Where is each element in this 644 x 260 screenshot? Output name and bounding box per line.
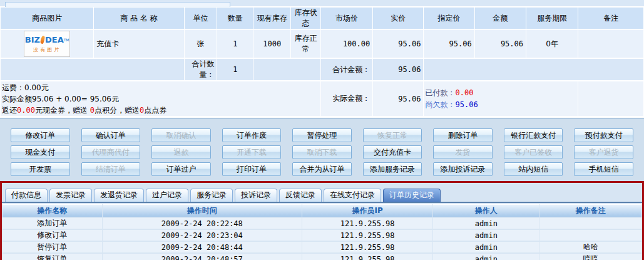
- void-order-button[interactable]: 订单作废: [222, 128, 282, 142]
- bizidea-logo: BIZDEATM: [24, 36, 69, 44]
- sms-button[interactable]: 手机短信: [574, 162, 633, 176]
- col-header-product-image: 商品图片: [1, 8, 93, 29]
- totals-quantity-value: 1: [217, 59, 253, 80]
- tab-transfer-records[interactable]: 过户记录: [146, 189, 188, 202]
- modify-order-button[interactable]: 修改订单: [11, 128, 70, 142]
- product-row: BIZDEATM 没有图片 充值卡 张 1 1000 库存正常 100.00 9…: [1, 30, 643, 58]
- customer-return-button: 客户退货: [574, 145, 633, 159]
- resume-order-button: 恢复正常: [363, 128, 422, 142]
- col-header-product-name: 商 品 名 称: [94, 8, 183, 29]
- col-header-amount: 金额: [475, 8, 526, 29]
- product-table: 商品图片 商 品 名 称 单位 数量 现有库存 库存状态 市场价 实价 指定价 …: [0, 6, 644, 117]
- refund-line: 返还0.00元现金券，赠送 0点积分，赠送0点点券: [2, 105, 318, 116]
- product-remark: [578, 30, 643, 58]
- history-col-remark: 操作备注: [539, 204, 641, 217]
- order-records-panel: 付款信息 发票记录 发退货记录 过户记录 服务记录 投诉记录 反馈记录 在线支付…: [0, 181, 644, 260]
- history-row: 添加订单 2009-2-24 20:22:48 121.9.255.98 adm…: [3, 218, 641, 229]
- col-header-remark: 备注: [578, 8, 643, 29]
- product-market-price: 100.00: [321, 30, 372, 58]
- tab-invoice-records[interactable]: 发票记录: [49, 189, 92, 202]
- col-header-service-period: 服务期限: [526, 8, 578, 29]
- refund-amount: 0.00: [17, 106, 35, 115]
- history-row: 恢复订单 2009-2-24 20:48:57 121.9.255.98 adm…: [3, 254, 641, 260]
- transfer-order-button[interactable]: 订单过户: [151, 162, 211, 176]
- cash-pay-button[interactable]: 现金支付: [11, 145, 70, 159]
- totals-quantity-label: 合计数量：: [185, 59, 217, 80]
- records-tab-strip: 付款信息 发票记录 发退货记录 过户记录 服务记录 投诉记录 反馈记录 在线支付…: [2, 183, 642, 203]
- tab-online-payment-records[interactable]: 在线支付记录: [324, 189, 381, 202]
- paid-amount: 0.00: [455, 88, 473, 97]
- tab-feedback-records[interactable]: 反馈记录: [279, 189, 322, 202]
- enable-download-button: 开通下载: [222, 145, 282, 159]
- col-header-quantity: 数量: [217, 8, 253, 29]
- owed-amount: 95.06: [455, 100, 478, 109]
- tab-order-history[interactable]: 订单历史记录: [383, 189, 441, 202]
- merge-as-suborder-button[interactable]: 合并为从订单: [292, 162, 352, 176]
- product-actual-price: 95.06: [373, 30, 423, 58]
- freight-line: 运费：0.00元: [2, 82, 318, 93]
- history-col-time: 操作时间: [103, 204, 302, 217]
- owed-line: 尚欠款：95.06: [425, 99, 575, 111]
- settle-order-button: 结清订单: [81, 162, 141, 176]
- print-order-button[interactable]: 打印订单: [222, 162, 282, 176]
- tab-return-records[interactable]: 发退货记录: [94, 189, 144, 202]
- refund-button: 退款: [151, 145, 211, 159]
- product-image-cell: BIZDEATM 没有图片: [1, 30, 93, 58]
- tab-payment-info[interactable]: 付款信息: [5, 189, 48, 202]
- add-complaint-record-button[interactable]: 添加投诉记录: [433, 162, 493, 176]
- product-unit: 张: [185, 30, 217, 58]
- order-history-table: 操作名称 操作时间 操作员IP 操作人 操作备注 添加订单 2009-2-24 …: [2, 203, 642, 260]
- product-image-placeholder: BIZDEATM 没有图片: [24, 31, 70, 57]
- prepay-button[interactable]: 预付款支付: [574, 128, 633, 142]
- totals-amount-label: 合计金额：: [321, 59, 372, 80]
- tab-service-records[interactable]: 服务记录: [190, 189, 233, 202]
- totals-row: 合计数量： 1 合计金额： 95.06: [1, 59, 643, 80]
- paid-line: 已付款：0.00: [425, 87, 575, 99]
- product-service-period: 0年: [526, 30, 578, 58]
- history-col-operator: 操作人: [433, 204, 539, 217]
- order-actions-toolbar: 修改订单 确认订单 取消确认 订单作废 暂停处理 恢复正常 删除订单 银行汇款支…: [0, 118, 644, 181]
- product-header-row: 商品图片 商 品 名 称 单位 数量 现有库存 库存状态 市场价 实价 指定价 …: [1, 8, 643, 29]
- product-stock: 1000: [253, 30, 290, 58]
- ship-button: 发货: [433, 145, 493, 159]
- col-header-unit: 单位: [185, 8, 217, 29]
- bank-transfer-pay-button[interactable]: 银行汇款支付: [504, 128, 563, 142]
- payment-summary-row: 运费：0.00元 实际金额95.06 + 0.00= 95.06元 返还0.00…: [1, 81, 643, 116]
- col-header-stock: 现有库存: [253, 8, 290, 29]
- actual-amount-value: 95.06: [373, 81, 423, 116]
- tab-complaint-records[interactable]: 投诉记录: [235, 189, 277, 202]
- bizidea-flame-icon: [40, 36, 45, 44]
- order-detail-page: 商品图片 商 品 名 称 单位 数量 现有库存 库存状态 市场价 实价 指定价 …: [0, 0, 644, 260]
- history-row: 修改订单 2009-2-24 20:23:04 121.9.255.98 adm…: [3, 230, 641, 241]
- clipped-title-tab: [5, 2, 230, 7]
- site-message-button[interactable]: 站内短信: [504, 162, 563, 176]
- paid-owed-block: 已付款：0.00 尚欠款：95.06: [424, 81, 578, 116]
- confirm-order-button[interactable]: 确认订单: [81, 128, 141, 142]
- actual-amount-line: 实际金额95.06 + 0.00= 95.06元: [2, 93, 318, 105]
- actual-amount-label: 实际金额：: [321, 81, 372, 116]
- agent-pay-button: 代理商代付: [81, 145, 141, 159]
- col-header-designated-price: 指定价: [424, 8, 474, 29]
- product-amount: 95.06: [475, 30, 526, 58]
- product-designated-price: 95.06: [424, 30, 474, 58]
- product-name: 充值卡: [94, 30, 183, 58]
- top-clipped-bar: [0, 0, 644, 6]
- history-col-operation: 操作名称: [3, 204, 102, 217]
- delete-order-button[interactable]: 删除订单: [433, 128, 493, 142]
- history-header-row: 操作名称 操作时间 操作员IP 操作人 操作备注: [3, 204, 641, 217]
- add-service-record-button[interactable]: 添加服务记录: [363, 162, 422, 176]
- col-header-stock-status: 库存状态: [291, 8, 320, 29]
- points-value: 0: [90, 106, 95, 115]
- cancel-confirm-button: 取消确认: [151, 128, 211, 142]
- product-stock-status: 库存正常: [291, 30, 320, 58]
- history-col-operator-ip: 操作员IP: [302, 204, 432, 217]
- issue-invoice-button[interactable]: 开发票: [11, 162, 70, 176]
- cancel-download-button: 取消下载: [292, 145, 352, 159]
- deliver-recharge-card-button[interactable]: 交付充值卡: [363, 145, 422, 159]
- customer-signed-button: 客户已签收: [504, 145, 563, 159]
- col-header-actual-price: 实价: [373, 8, 423, 29]
- product-quantity: 1: [217, 30, 253, 58]
- history-row: 暂停订单 2009-2-24 20:48:44 121.9.255.98 adm…: [3, 242, 641, 252]
- pause-order-button[interactable]: 暂停处理: [292, 128, 352, 142]
- col-header-market-price: 市场价: [321, 8, 372, 29]
